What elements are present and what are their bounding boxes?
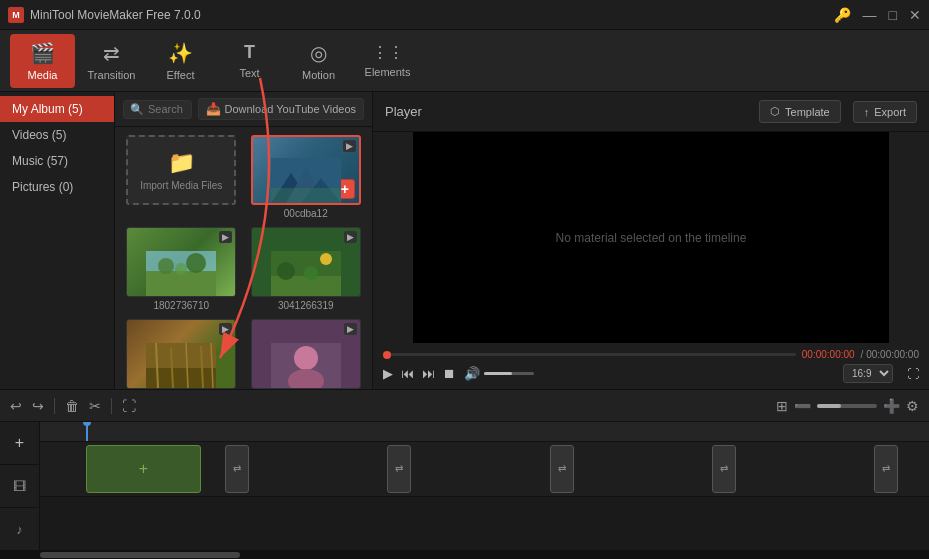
transition-clip[interactable]: ⇄ <box>712 445 736 493</box>
toolbar-separator <box>54 398 55 414</box>
film-icon: 🎞 <box>13 479 26 494</box>
video-badge: ▶ <box>219 231 232 243</box>
toolbar-item-motion[interactable]: ◎ Motion <box>286 34 351 88</box>
sidebar-item-album[interactable]: My Album (5) <box>0 96 114 122</box>
media-thumb-00cdba12[interactable]: ▶ + <box>251 135 361 205</box>
zoom-in-button[interactable]: ➕ <box>883 398 900 414</box>
template-icon: ⬡ <box>770 105 780 118</box>
prev-frame-button[interactable]: ⏮ <box>401 366 414 381</box>
player-screen: No material selected on the timeline <box>413 132 889 343</box>
cut-button[interactable]: ✂ <box>89 398 101 414</box>
next-frame-button[interactable]: ⏭ <box>422 366 435 381</box>
split-icon[interactable]: ⊞ <box>776 398 788 414</box>
media-label: 1802736710 <box>153 300 209 311</box>
timecode: 00:00:00:00 <box>802 349 855 360</box>
svg-point-7 <box>158 258 174 274</box>
volume-control[interactable]: 🔊 <box>464 366 534 381</box>
sidebar-item-music[interactable]: Music (57) <box>0 148 114 174</box>
svg-point-23 <box>294 346 318 370</box>
toolbar-item-text[interactable]: T Text <box>217 34 282 88</box>
timeline-toolbar: ↩ ↪ 🗑 ✂ ⛶ ⊞ ➖ ➕ ⚙ <box>0 390 929 422</box>
fullscreen-button[interactable]: ⛶ <box>907 367 919 381</box>
toolbar-label-effect: Effect <box>167 69 195 81</box>
media-icon: 🎬 <box>30 41 55 65</box>
search-input[interactable] <box>148 103 185 115</box>
list-item[interactable]: ▶ 3041266319 <box>248 227 365 311</box>
playhead[interactable] <box>86 422 88 441</box>
toolbar-item-transition[interactable]: ⇄ Transition <box>79 34 144 88</box>
toolbar-item-elements[interactable]: ⋮⋮ Elements <box>355 34 420 88</box>
progress-handle[interactable] <box>383 351 391 359</box>
window-controls[interactable]: 🔑 — □ ✕ <box>834 7 921 23</box>
restore-button[interactable]: □ <box>889 7 897 23</box>
template-button[interactable]: ⬡ Template <box>759 100 841 123</box>
transition-clip[interactable]: ⇄ <box>387 445 411 493</box>
sidebar-item-videos[interactable]: Videos (5) <box>0 122 114 148</box>
volume-fill <box>484 372 512 375</box>
player-title: Player <box>385 104 747 119</box>
crop-button[interactable]: ⛶ <box>122 398 136 414</box>
play-button[interactable]: ▶ <box>383 366 393 381</box>
add-track-button[interactable]: + <box>0 422 39 465</box>
delete-button[interactable]: 🗑 <box>65 398 79 414</box>
folder-icon: 📁 <box>168 150 195 176</box>
media-thumb-woman[interactable]: ▶ <box>251 319 361 389</box>
list-item[interactable]: ▶ 1802736710 <box>123 227 240 311</box>
search-wrap[interactable]: 🔍 <box>123 100 192 119</box>
video-track[interactable]: + ⇄ ⇄ ⇄ ⇄ ⇄ <box>40 442 929 497</box>
app-icon: M <box>8 7 24 23</box>
toolbar-item-media[interactable]: 🎬 Media <box>10 34 75 88</box>
toolbar-separator <box>111 398 112 414</box>
media-toolbar: 🔍 📥 Download YouTube Videos <box>115 92 372 127</box>
toolbar-item-effect[interactable]: ✨ Effect <box>148 34 213 88</box>
video-badge: ▶ <box>344 231 357 243</box>
transition-clip[interactable]: ⇄ <box>550 445 574 493</box>
aspect-ratio-select[interactable]: 16:9 9:16 1:1 4:3 <box>843 364 893 383</box>
media-thumb-reeds[interactable]: ▶ <box>126 319 236 389</box>
volume-icon[interactable]: 🔊 <box>464 366 480 381</box>
video-clip[interactable]: + <box>86 445 201 493</box>
timeline-scrollbar-thumb[interactable] <box>40 552 240 558</box>
undo-button[interactable]: ↩ <box>10 398 22 414</box>
media-thumb-3041266319[interactable]: ▶ <box>251 227 361 297</box>
progress-bar[interactable] <box>383 353 796 356</box>
transition-clip[interactable]: ⇄ <box>874 445 898 493</box>
redo-button[interactable]: ↪ <box>32 398 44 414</box>
main-area: My Album (5) Videos (5) Music (57) Pictu… <box>0 92 929 389</box>
toolbar-label-elements: Elements <box>365 66 411 78</box>
video-badge: ▶ <box>343 140 356 152</box>
svg-point-9 <box>175 263 187 275</box>
transition-clip[interactable]: ⇄ <box>225 445 249 493</box>
minimize-button[interactable]: — <box>863 7 877 23</box>
toolbar-label-motion: Motion <box>302 69 335 81</box>
toolbar-label-transition: Transition <box>88 69 136 81</box>
elements-icon: ⋮⋮ <box>372 43 404 62</box>
timeline-scrollbar-area[interactable] <box>0 551 929 559</box>
export-button[interactable]: ↑ Export <box>853 101 917 123</box>
timecode-total: / 00:00:00:00 <box>861 349 919 360</box>
sidebar-item-pictures[interactable]: Pictures (0) <box>0 174 114 200</box>
close-button[interactable]: ✕ <box>909 7 921 23</box>
import-thumb[interactable]: 📁 Import Media Files <box>126 135 236 205</box>
video-badge: ▶ <box>219 323 232 335</box>
progress-bar-wrap: 00:00:00:00 / 00:00:00:00 <box>383 349 919 360</box>
text-icon: T <box>244 42 255 63</box>
minimize-icon[interactable]: 🔑 <box>834 7 851 23</box>
zoom-slider[interactable] <box>817 404 877 408</box>
video-badge: ▶ <box>344 323 357 335</box>
list-item[interactable]: ▶ Reeds - 152740 <box>123 319 240 389</box>
audio-track[interactable] <box>40 497 929 552</box>
list-item[interactable]: ▶ Woman - 58142 <box>248 319 365 389</box>
download-youtube-button[interactable]: 📥 Download YouTube Videos <box>198 98 365 120</box>
zoom-out-button[interactable]: ➖ <box>794 398 811 414</box>
settings-button[interactable]: ⚙ <box>906 398 919 414</box>
volume-bar[interactable] <box>484 372 534 375</box>
list-item[interactable]: 📁 Import Media Files <box>123 135 240 219</box>
stop-button[interactable]: ⏹ <box>443 366 456 381</box>
svg-rect-12 <box>271 276 341 296</box>
media-thumb-1802736710[interactable]: ▶ <box>126 227 236 297</box>
titlebar: M MiniTool MovieMaker Free 7.0.0 🔑 — □ ✕ <box>0 0 929 30</box>
list-item[interactable]: ▶ + 00cdba12 <box>248 135 365 219</box>
add-clip-icon[interactable]: + <box>139 460 148 478</box>
effect-icon: ✨ <box>168 41 193 65</box>
